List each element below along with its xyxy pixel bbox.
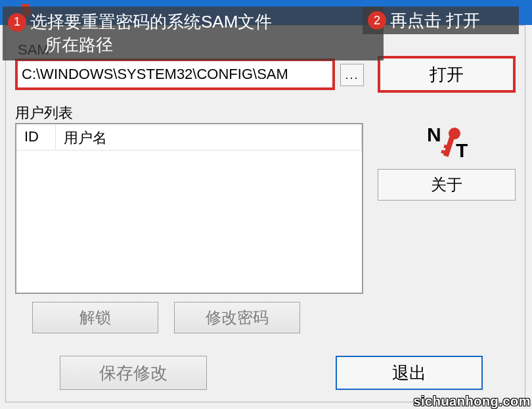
change-password-button[interactable]: 修改密码 — [174, 302, 300, 333]
annotation-step1-text1: 选择要重置密码的系统SAM文件 — [30, 11, 272, 34]
annotation-badge-1: 1 — [8, 13, 26, 32]
watermark: sichuanhong.com — [413, 394, 531, 409]
annotation-step1: 1 选择要重置密码的系统SAM文件 所在路径 — [3, 7, 384, 60]
userlist-label: 用户列表 — [15, 103, 73, 123]
exit-button[interactable]: 退出 — [336, 356, 483, 390]
column-username[interactable]: 用户名 — [56, 124, 362, 150]
annotation-badge-2: 2 — [368, 11, 386, 30]
column-id[interactable]: ID — [16, 124, 56, 150]
open-button[interactable]: 打开 — [378, 56, 516, 93]
save-button[interactable]: 保存修改 — [60, 356, 207, 390]
annotation-step2-text: 再点击 打开 — [390, 9, 480, 32]
about-button[interactable]: 关于 — [378, 169, 516, 201]
sam-path-input[interactable] — [22, 61, 328, 87]
app-logo: N T — [412, 123, 484, 162]
browse-button[interactable]: ... — [340, 64, 364, 86]
annotation-step1-text2: 所在路径 — [8, 34, 378, 57]
svg-text:T: T — [456, 139, 468, 161]
annotation-step2: 2 再点击 打开 — [363, 7, 519, 34]
userlist-box[interactable]: ID 用户名 — [15, 123, 363, 294]
userlist-header: ID 用户名 — [16, 124, 362, 151]
main-dialog: SAM ... 打开 用户列表 ID 用户名 N T 关于 解锁 修改密码 保存… — [5, 25, 525, 402]
sam-path-highlight — [15, 59, 335, 90]
unlock-button[interactable]: 解锁 — [32, 302, 158, 333]
svg-text:N: N — [427, 124, 441, 145]
